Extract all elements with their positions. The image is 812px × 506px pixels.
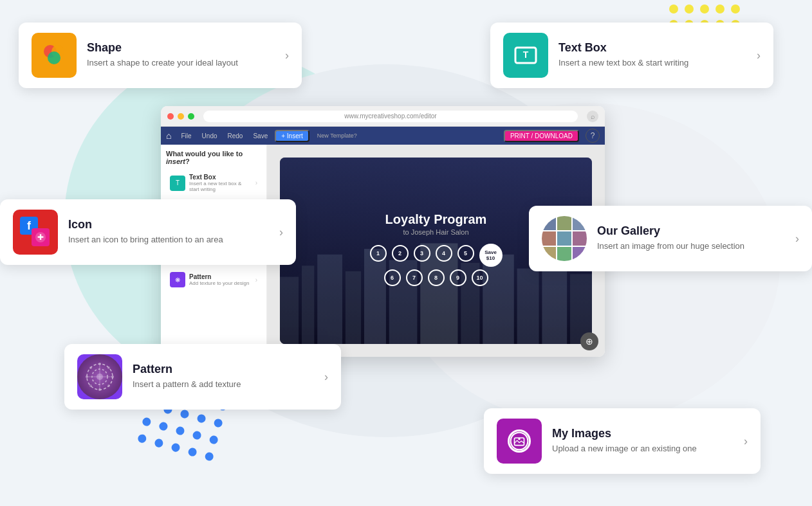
undo-button[interactable]: Undo (199, 131, 221, 141)
browser-close-dot (167, 113, 174, 120)
icon-card-title: Icon (68, 218, 264, 231)
shape-card[interactable]: Shape Insert a shape to create your idea… (19, 23, 302, 88)
sidebar-pattern-icon: ❋ (170, 272, 185, 287)
svg-point-34 (107, 384, 110, 387)
home-icon: ⌂ (166, 131, 171, 141)
shape-icon (32, 33, 77, 78)
gallery-grid (542, 216, 587, 261)
textbox-card-arrow: › (757, 49, 761, 62)
myimages-icon (497, 419, 542, 464)
svg-point-33 (89, 384, 92, 387)
svg-point-27 (98, 363, 101, 365)
file-button[interactable]: File (178, 131, 194, 141)
myimages-card-title: My Images (552, 427, 728, 440)
textbox-card-title: Text Box (558, 41, 741, 55)
textbox-card[interactable]: T Text Box Insert a new text box & start… (490, 23, 773, 88)
myimages-card[interactable]: My Images Upload a new image or an exist… (484, 408, 761, 474)
sidebar-question: What would you like to insert? (166, 150, 261, 165)
zoom-button[interactable]: ⊕ (580, 332, 598, 350)
print-download-button[interactable]: PRINT / DOWNLOAD (504, 130, 579, 142)
pattern-card-desc: Insert a pattern & add texture (133, 379, 309, 390)
pattern-card-arrow: › (324, 370, 328, 384)
shape-card-title: Shape (87, 41, 270, 55)
svg-point-35 (511, 433, 528, 450)
myimages-card-desc: Upload a new image or an existing one (552, 443, 728, 455)
help-icon: ? (586, 129, 600, 143)
svg-rect-0 (280, 277, 299, 344)
gallery-icon (542, 216, 587, 261)
shape-card-arrow: › (285, 49, 289, 62)
sidebar-item-textbox[interactable]: T Text Box Insert a new text box & start… (166, 170, 261, 195)
svg-point-29 (86, 375, 88, 378)
svg-point-31 (89, 366, 92, 369)
svg-rect-1 (302, 266, 314, 344)
gallery-card[interactable]: Our Gallery Insert an image from our hug… (529, 206, 812, 271)
browser-search-icon: ⌕ (587, 111, 598, 122)
icon-card-desc: Insert an icon to bring attention to an … (68, 234, 264, 246)
svg-text:T: T (523, 50, 529, 60)
svg-point-30 (111, 375, 114, 378)
textbox-card-desc: Insert a new text box & start writing (558, 57, 741, 69)
textbox-icon: T (503, 33, 548, 78)
loyalty-circles: 1 2 3 4 5 (370, 245, 474, 262)
gallery-card-title: Our Gallery (597, 224, 780, 238)
app-toolbar: ⌂ File Undo Redo Save + Insert New Templ… (161, 127, 605, 145)
loyalty-title: Loyalty Program (370, 212, 503, 227)
save-button[interactable]: Save (250, 131, 271, 141)
svg-point-14 (48, 51, 60, 64)
pattern-card-title: Pattern (133, 363, 309, 376)
loyalty-save-badge: Save $10 (479, 244, 503, 267)
icon-card[interactable]: f ✚ Icon Insert an icon to bring attenti… (0, 199, 296, 265)
gallery-card-arrow: › (795, 232, 799, 246)
loyalty-circles-row: 1 2 3 4 5 Save $10 (370, 244, 503, 267)
icon-card-arrow: › (279, 226, 283, 239)
svg-point-32 (107, 366, 110, 369)
svg-text:✚: ✚ (37, 233, 44, 242)
sidebar-textbox-icon: T (170, 176, 185, 191)
loyalty-subtitle: to Joseph Hair Salon (370, 228, 503, 236)
pattern-icon (77, 354, 122, 399)
loyalty-content: Loyalty Program to Joseph Hair Salon 1 2… (370, 212, 503, 290)
insert-button[interactable]: + Insert (275, 130, 309, 142)
sidebar-item-pattern[interactable]: ❋ Pattern Add texture to your design › (166, 269, 261, 291)
svg-text:f: f (27, 219, 32, 232)
shape-card-desc: Insert a shape to create your ideal layo… (87, 57, 270, 69)
icon-icon: f ✚ (13, 210, 58, 255)
pattern-card[interactable]: Pattern Insert a pattern & add texture › (64, 344, 341, 410)
redo-button[interactable]: Redo (225, 131, 246, 141)
browser-url-bar: www.mycreativeshop.com/editor (203, 111, 578, 122)
loyalty-circles-bottom: 6 7 8 9 10 (370, 269, 503, 286)
new-template-label: New Template? (317, 132, 357, 139)
svg-point-37 (518, 438, 520, 440)
browser-bar: www.mycreativeshop.com/editor ⌕ (161, 106, 605, 127)
browser-maximize-dot (188, 113, 194, 120)
gallery-card-desc: Insert an image from our huge selection (597, 240, 780, 252)
svg-rect-9 (517, 269, 539, 344)
svg-point-28 (98, 388, 101, 391)
svg-rect-2 (317, 255, 342, 344)
svg-rect-3 (346, 271, 361, 344)
browser-minimize-dot (178, 113, 184, 120)
myimages-card-arrow: › (744, 435, 748, 448)
